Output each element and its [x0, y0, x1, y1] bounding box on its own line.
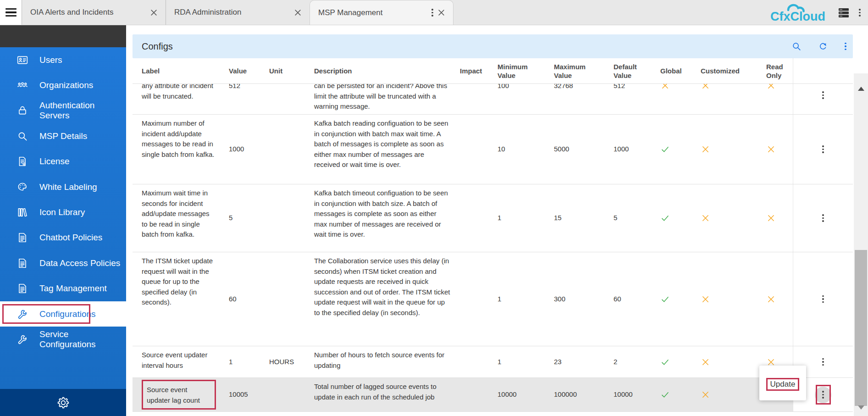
cell-value: 1000 [229, 115, 269, 184]
logo-text: CfxCloud [770, 10, 825, 23]
sidebar-item-label: MSP Details [39, 131, 87, 141]
cell-maximum-value: 300 [554, 252, 614, 346]
topbar-right-group: CfxCloud [770, 0, 863, 25]
sidebar-item-label: Tag Management [39, 283, 107, 294]
column-header-default-value: Default Value [614, 62, 660, 80]
app-list-icon[interactable] [838, 8, 849, 18]
cell-label: Source event updater lag count [142, 378, 229, 411]
tab-close-icon[interactable] [433, 9, 445, 16]
cross-icon [766, 144, 776, 154]
sidebar-item-organizations[interactable]: Organizations [0, 72, 126, 98]
cell-unit [269, 115, 314, 184]
row-menu-button[interactable] [819, 293, 827, 306]
column-header-unit: Unit [269, 67, 314, 75]
cell-actions [793, 115, 853, 184]
sidebar-item-label: Configurations [39, 309, 96, 319]
sidebar-item-label: Icon Library [39, 207, 85, 217]
document-icon [17, 232, 39, 244]
scrollbar-thumb[interactable] [855, 250, 867, 406]
refresh-icon[interactable] [818, 41, 828, 51]
vertical-scrollbar[interactable] [854, 73, 868, 416]
context-menu-item-update[interactable]: Update [766, 378, 800, 391]
sidebar-item-users[interactable]: Users [0, 47, 126, 72]
sidebar-item-white-labeling[interactable]: White Labeling [0, 174, 126, 200]
column-header-description: Description [314, 67, 460, 75]
cell-default-value: 60 [614, 252, 660, 346]
sidebar-item-label: Service Configurations [39, 329, 126, 349]
cell-global [660, 184, 701, 252]
tab-label: RDA Administration [174, 8, 290, 17]
hamburger-menu-button[interactable] [0, 0, 22, 25]
tab-msp-management[interactable]: MSP Management [310, 0, 453, 25]
column-header-customized: Customized [701, 67, 766, 75]
row-menu-button[interactable] [819, 89, 827, 102]
row-menu-button[interactable] [819, 143, 827, 156]
cell-maximum-value: 15 [554, 184, 614, 252]
sidebar-item-msp-details[interactable]: MSP Details [0, 123, 126, 149]
sidebar-item-configurations[interactable]: Configurations [0, 301, 126, 327]
cross-icon [766, 294, 776, 304]
search-icon[interactable] [791, 41, 802, 51]
tab-close-icon[interactable] [290, 9, 301, 16]
scroll-down-button[interactable] [854, 400, 868, 414]
row-menu-button[interactable] [812, 384, 834, 406]
panel-title: Configs [142, 41, 173, 52]
configs-panel-header: Configs [133, 34, 853, 58]
column-header-impact: Impact [460, 67, 498, 75]
sidebar-item-label: Authentication Servers [39, 100, 126, 121]
row-menu-button[interactable] [819, 355, 827, 369]
sidebar-item-label: License [39, 156, 70, 166]
magnifier-icon [17, 130, 39, 142]
cell-minimum-value: 1 [498, 184, 554, 252]
cell-global [660, 346, 701, 377]
document-icon [17, 283, 39, 294]
cell-impact [460, 184, 498, 252]
row-menu-button[interactable] [819, 211, 827, 225]
cell-minimum-value: 100 [498, 84, 554, 114]
lock-icon [17, 105, 39, 116]
sidebar-item-icon-library[interactable]: Icon Library [0, 200, 126, 225]
topbar-more-icon[interactable] [856, 7, 863, 18]
cell-label: any attribute or incident will be trunca… [142, 84, 229, 114]
annotation-box-label: Source event updater lag count [142, 380, 216, 410]
panel-more-icon[interactable] [845, 43, 846, 50]
column-header-maximum-value: Maximum Value [554, 62, 614, 80]
cell-global [660, 252, 701, 346]
wrench-icon [17, 333, 39, 345]
panel-toolbar [791, 41, 846, 51]
cell-description: The Collaboration service uses this dela… [314, 252, 460, 346]
sidebar-nav: UsersOrganizationsAuthentication Servers… [0, 47, 126, 389]
check-icon [660, 390, 670, 399]
cell-unit [269, 252, 314, 346]
cell-value: 512 [229, 84, 269, 114]
cell-read-only [766, 184, 793, 252]
settings-gear-icon[interactable] [56, 396, 70, 410]
sidebar-item-license[interactable]: License [0, 149, 126, 174]
cell-maximum-value: 5000 [554, 115, 614, 184]
sidebar-item-data-access-policies[interactable]: Data Access Policies [0, 250, 126, 276]
cell-maximum-value: 32768 [554, 84, 614, 114]
cell-minimum-value: 1 [498, 346, 554, 377]
cell-label: Maximum number of incident add/update me… [142, 115, 229, 184]
cross-icon [766, 84, 776, 90]
cross-icon [701, 294, 710, 304]
tab-label: MSP Management [318, 8, 428, 17]
cell-read-only [766, 115, 793, 184]
sidebar-item-service-configurations[interactable]: Service Configurations [0, 327, 126, 352]
cell-global [660, 115, 701, 184]
sidebar-item-authentication-servers[interactable]: Authentication Servers [0, 98, 126, 123]
cell-impact [460, 252, 498, 346]
cross-icon [701, 357, 710, 367]
cross-icon [701, 390, 710, 399]
cross-icon [660, 84, 670, 90]
sidebar: UsersOrganizationsAuthentication Servers… [0, 25, 126, 416]
tab-oia-alerts-and-incidents[interactable]: OIA Alerts and Incidents [22, 0, 166, 25]
scroll-up-button[interactable] [854, 82, 868, 95]
cell-minimum-value: 10000 [498, 378, 554, 411]
cell-global [660, 378, 701, 411]
tab-close-icon[interactable] [146, 9, 157, 16]
sidebar-item-tag-management[interactable]: Tag Management [0, 276, 126, 301]
sidebar-item-chatbot-policies[interactable]: Chatbot Policies [0, 225, 126, 250]
tab-rda-administration[interactable]: RDA Administration [166, 0, 310, 25]
cell-customized [701, 184, 766, 252]
